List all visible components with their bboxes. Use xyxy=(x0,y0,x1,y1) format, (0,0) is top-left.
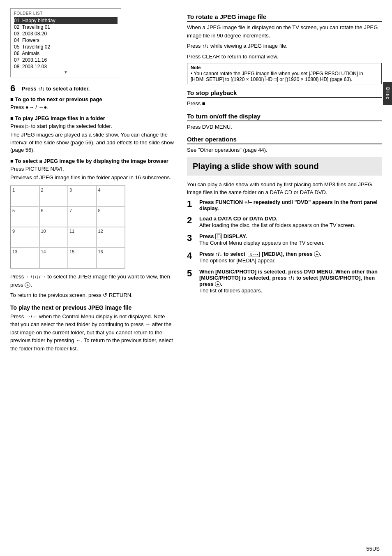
image-browser-grid: 1 2 3 4 5 6 7 8 9 10 11 12 13 14 15 16 xyxy=(10,185,125,269)
grid-cell-6: 6 xyxy=(39,206,68,227)
to-play-next-body: Press →/← when the Control Menu display … xyxy=(10,313,175,353)
right-step-4-content: Press ↑/↓ to select ♫↔▪ [MEDIA], then pr… xyxy=(199,251,382,264)
right-step-1-bold: Press FUNCTION +/– repeatedly until "DVD… xyxy=(199,199,382,211)
note-label: Note xyxy=(191,65,378,70)
grid-cell-1: 1 xyxy=(11,186,39,206)
subsection-head-play-jpeg: To play JPEG image files in a folder xyxy=(10,115,175,121)
stop-body: Press ■. xyxy=(187,100,382,108)
slide-show-intro: You can play a slide show with sound by … xyxy=(187,181,382,197)
after-grid-text-1: Press ←/↑/↓/→ to select the JPEG image f… xyxy=(10,273,175,289)
right-step-4-text: The options for [MEDIA] appear. xyxy=(199,257,382,264)
subsection-head-image-browser: To select a JPEG image file by displayin… xyxy=(10,158,175,164)
grid-cell-3: 3 xyxy=(68,186,97,206)
subsection-image-browser: To select a JPEG image file by displayin… xyxy=(10,158,175,181)
folder-item-7: 07 2003.11.16 xyxy=(14,57,118,63)
circle-plus-icon-4: + xyxy=(314,251,320,257)
disc-tab: Disc xyxy=(383,82,392,105)
circle-plus-icon: + xyxy=(25,282,30,288)
grid-cell-2: 2 xyxy=(39,186,68,206)
rotate-body-3: Press CLEAR to return to normal view. xyxy=(187,53,382,61)
slide-show-box-title: Playing a slide show with sound xyxy=(193,161,376,171)
folder-item-8: 08 2003.12.03 xyxy=(14,63,118,70)
right-step-4-bold: Press ↑/↓ to select ♫↔▪ [MEDIA], then pr… xyxy=(199,251,382,257)
right-step-3-num: 3 xyxy=(187,233,196,243)
display-section-title: To turn on/off the display xyxy=(187,113,382,121)
right-step-2-text: After loading the disc, the list of fold… xyxy=(199,222,382,229)
scroll-down-arrow: ▼ xyxy=(14,70,118,74)
rotate-section-title: To rotate a JPEG image file xyxy=(187,13,382,22)
right-step-5-content: When [MUSIC/PHOTO] is selected, press DV… xyxy=(199,269,382,294)
subsection-next-prev-page: To go to the next or previous page Press… xyxy=(10,96,175,111)
page-num-value: 55 xyxy=(366,546,372,552)
grid-cell-7: 7 xyxy=(68,206,97,227)
subsection-text-next-prev-page: Press ●→ / ←●. xyxy=(10,104,175,111)
subsection-text-play-jpeg-2: The JPEG images are played as a slide sh… xyxy=(10,131,175,154)
right-step-1-content: Press FUNCTION +/– repeatedly until "DVD… xyxy=(199,199,382,211)
grid-cell-15: 15 xyxy=(68,248,97,268)
grid-cell-5: 5 xyxy=(11,206,39,227)
stop-section-title: To stop playback xyxy=(187,89,382,98)
folder-item-3: 03 2003.08.20 xyxy=(14,30,118,37)
grid-cell-10: 10 xyxy=(39,227,68,248)
grid-cells: 1 2 3 4 5 6 7 8 9 10 11 12 13 14 15 16 xyxy=(11,186,125,268)
left-column: FOLDER LIST 01 Happy birthday 02 Travell… xyxy=(4,4,181,552)
display-body: Press DVD MENU. xyxy=(187,123,382,131)
subsection-head-next-prev-page: To go to the next or previous page xyxy=(10,96,175,102)
right-step-2: 2 Load a DATA CD or DATA DVD. After load… xyxy=(187,215,382,229)
right-step-3-text: The Control Menu display appears on the … xyxy=(199,239,382,247)
circle-plus-icon-5: + xyxy=(215,281,221,287)
folder-item-4: 04 Flowers xyxy=(14,37,118,44)
right-step-1-num: 1 xyxy=(187,199,196,209)
grid-cell-14: 14 xyxy=(39,248,68,268)
page-number: 55US xyxy=(366,546,380,552)
right-step-3-bold: Press ☐ DISPLAY. xyxy=(199,233,382,239)
right-step-1: 1 Press FUNCTION +/– repeatedly until "D… xyxy=(187,199,382,211)
subsection-text-play-jpeg-1: Press ▷ to start playing the selected fo… xyxy=(10,123,175,130)
right-step-5-text: The list of folders appears. xyxy=(199,287,382,294)
other-ops-body: See "Other operations" (page 44). xyxy=(187,146,382,154)
right-step-2-bold: Load a DATA CD or DATA DVD. xyxy=(199,215,382,222)
after-grid-text-2: To return to the previous screen, press … xyxy=(10,291,175,299)
grid-cell-8: 8 xyxy=(97,206,125,227)
right-step-4: 4 Press ↑/↓ to select ♫↔▪ [MEDIA], then … xyxy=(187,251,382,264)
right-step-3-content: Press ☐ DISPLAY. The Control Menu displa… xyxy=(199,233,382,247)
slide-show-box: Playing a slide show with sound xyxy=(187,157,382,176)
note-box: Note • You cannot rotate the JPEG image … xyxy=(187,63,382,84)
right-step-2-content: Load a DATA CD or DATA DVD. After loadin… xyxy=(199,215,382,229)
rotate-body-2: Press ↑/↓ while viewing a JPEG image fil… xyxy=(187,42,382,50)
grid-cell-16: 16 xyxy=(97,248,125,268)
step-6-row: 6 Press ↑/↓ to select a folder. xyxy=(10,84,175,93)
grid-cell-13: 13 xyxy=(11,248,39,268)
right-step-3: 3 Press ☐ DISPLAY. The Control Menu disp… xyxy=(187,233,382,247)
subsection-text-image-browser-1: Press PICTURE NAVI. xyxy=(10,165,175,173)
right-column: To rotate a JPEG image file When a JPEG … xyxy=(181,4,388,552)
right-step-5-bold: When [MUSIC/PHOTO] is selected, press DV… xyxy=(199,269,382,287)
folder-item-1: 01 Happy birthday xyxy=(14,17,118,24)
right-step-4-num: 4 xyxy=(187,251,196,261)
folder-list-box: FOLDER LIST 01 Happy birthday 02 Travell… xyxy=(10,8,121,77)
note-text: • You cannot rotate the JPEG image file … xyxy=(191,71,378,82)
step-6-number: 6 xyxy=(10,84,18,93)
right-step-5-num: 5 xyxy=(187,269,196,278)
right-step-5: 5 When [MUSIC/PHOTO] is selected, press … xyxy=(187,269,382,294)
grid-cell-12: 12 xyxy=(97,227,125,248)
subsection-text-image-browser-2: Previews of JPEG image files in the fold… xyxy=(10,174,175,181)
folder-item-2: 02 Travelling 01 xyxy=(14,24,118,30)
folder-list-label: FOLDER LIST xyxy=(14,11,118,16)
grid-cell-9: 9 xyxy=(11,227,39,248)
step-6-title: Press ↑/↓ to select a folder. xyxy=(22,84,90,92)
media-icon: ♫↔▪ xyxy=(248,252,260,257)
right-step-2-num: 2 xyxy=(187,215,196,225)
folder-item-6: 06 Animals xyxy=(14,50,118,57)
page-content: FOLDER LIST 01 Happy birthday 02 Travell… xyxy=(0,0,392,556)
to-play-next-title: To play the next or previous JPEG image … xyxy=(10,304,175,311)
grid-cell-4: 4 xyxy=(97,186,125,206)
grid-cell-11: 11 xyxy=(68,227,97,248)
rotate-body-1: When a JPEG image file is displayed on t… xyxy=(187,23,382,39)
other-ops-title: Other operations xyxy=(187,136,382,144)
page-suffix: US xyxy=(372,546,380,552)
subsection-play-jpeg: To play JPEG image files in a folder Pre… xyxy=(10,115,175,154)
folder-item-5: 05 Travelling 02 xyxy=(14,44,118,50)
